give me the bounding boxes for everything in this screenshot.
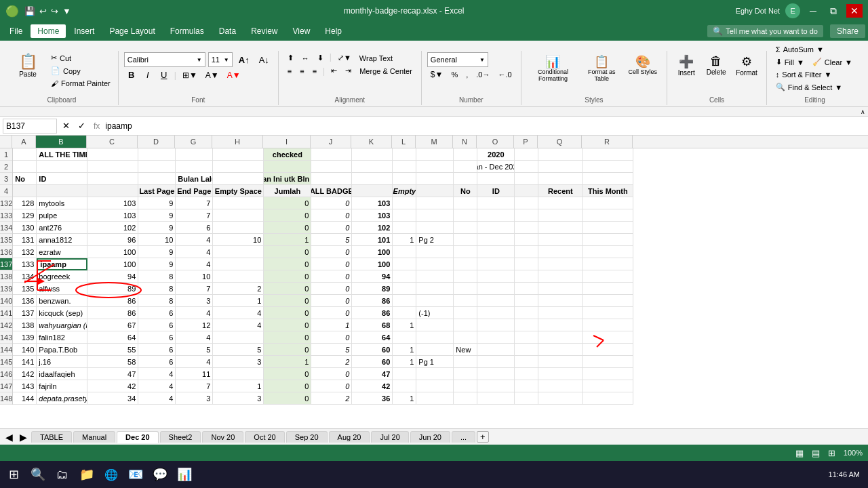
cell-N4[interactable]: No [454, 185, 477, 197]
cell-M132[interactable] [416, 197, 454, 209]
cell-I146[interactable]: 0 [264, 368, 311, 380]
cell-A145[interactable]: 141 [13, 356, 37, 368]
cell-G147[interactable]: 7 [176, 380, 213, 392]
cell-L139[interactable] [393, 283, 416, 295]
cell-G148[interactable]: 3 [176, 392, 213, 405]
cell-R147[interactable] [583, 380, 633, 392]
cell-R132[interactable] [583, 197, 633, 209]
menu-data[interactable]: Data [212, 24, 243, 38]
percent-button[interactable]: % [448, 69, 461, 80]
sort-filter-button[interactable]: ↕ Sort & Filter ▼ [772, 69, 835, 80]
cell-J4[interactable]: ALL BADGE [311, 185, 352, 197]
cell-H3[interactable] [213, 173, 264, 185]
cell-D148[interactable]: 4 [138, 392, 176, 405]
cell-I147[interactable]: 0 [264, 380, 311, 392]
cell-L135[interactable]: 1 [393, 234, 416, 246]
cell-A141[interactable]: 137 [13, 307, 37, 319]
increase-decimal-button[interactable]: .0→ [473, 69, 493, 80]
cell-M4[interactable] [416, 185, 454, 197]
cell-J142[interactable]: 1 [311, 319, 352, 331]
cell-N3[interactable] [454, 173, 477, 185]
cell-J2[interactable] [311, 161, 352, 173]
cell-H1[interactable] [213, 148, 264, 161]
menu-insert[interactable]: Insert [67, 24, 101, 38]
cell-J132[interactable]: 0 [311, 197, 352, 209]
row-141[interactable]: 141 [0, 307, 12, 319]
clear-button[interactable]: 🧹 Clear ▼ [809, 56, 856, 68]
cell-B137[interactable]: ipaamp [37, 258, 87, 270]
cell-D1[interactable] [138, 148, 176, 161]
cell-C141[interactable]: 86 [87, 307, 138, 319]
start-button[interactable]: ⊞ [3, 464, 24, 485]
cell-J135[interactable]: 5 [311, 234, 352, 246]
row-2[interactable]: 2 [0, 161, 12, 173]
row-147[interactable]: 147 [0, 380, 12, 392]
cell-Q3[interactable] [538, 173, 583, 185]
cell-R4[interactable]: This Month [583, 185, 633, 197]
cell-B145[interactable]: j.16 [37, 356, 87, 368]
format-cells-button[interactable]: ⚙ Format [732, 52, 761, 79]
cell-K140[interactable]: 86 [352, 295, 393, 307]
cell-K137[interactable]: 100 [352, 258, 393, 270]
cell-M133[interactable] [416, 209, 454, 222]
cell-M136[interactable] [416, 246, 454, 258]
cell-B141[interactable]: kicquck (sep) [37, 307, 87, 319]
cell-L134[interactable] [393, 222, 416, 234]
cell-M140[interactable] [416, 295, 454, 307]
cell-M134[interactable] [416, 222, 454, 234]
cell-I136[interactable]: 0 [264, 246, 311, 258]
cell-M1[interactable] [416, 148, 454, 161]
cell-N132[interactable] [454, 197, 477, 209]
cell-P137[interactable] [515, 258, 538, 270]
decrease-font-button[interactable]: A↓ [256, 54, 273, 66]
cell-B144[interactable]: Papa.T.Bob [37, 344, 87, 356]
menu-home[interactable]: Home [31, 24, 66, 38]
cell-D140[interactable]: 8 [138, 295, 176, 307]
cell-J133[interactable]: 0 [311, 209, 352, 222]
cell-K139[interactable]: 89 [352, 283, 393, 295]
cell-J148[interactable]: 2 [311, 392, 352, 405]
cell-I134[interactable]: 0 [264, 222, 311, 234]
cell-R144[interactable] [583, 344, 633, 356]
menu-formulas[interactable]: Formulas [163, 24, 211, 38]
cell-H135[interactable]: 10 [213, 234, 264, 246]
cell-D2[interactable] [138, 161, 176, 173]
corner-cell[interactable] [0, 136, 12, 148]
cell-N148[interactable] [454, 392, 477, 405]
cell-K146[interactable]: 47 [352, 368, 393, 380]
cell-H142[interactable]: 4 [213, 319, 264, 331]
cell-B146[interactable]: idaalfaqieh [37, 368, 87, 380]
cell-I132[interactable]: 0 [264, 197, 311, 209]
cell-H143[interactable] [213, 331, 264, 344]
cell-P138[interactable] [515, 270, 538, 283]
menu-page-layout[interactable]: Page Layout [102, 24, 161, 38]
share-button[interactable]: Share [830, 24, 865, 38]
sheet-tab-Dec20[interactable]: Dec 20 [117, 431, 158, 443]
row-146[interactable]: 146 [0, 368, 12, 380]
merge-center-button[interactable]: Merge & Center [356, 66, 416, 77]
cell-P148[interactable] [515, 392, 538, 405]
cell-I145[interactable]: 1 [264, 356, 311, 368]
align-left-button[interactable]: ≡ [284, 66, 295, 77]
cell-K136[interactable]: 100 [352, 246, 393, 258]
menu-review[interactable]: Review [244, 24, 284, 38]
conditional-formatting-button[interactable]: 📊 Conditional Formatting [527, 52, 580, 85]
cell-D136[interactable]: 9 [138, 246, 176, 258]
cell-Q145[interactable] [538, 356, 583, 368]
cell-M141[interactable]: (-1) [416, 307, 454, 319]
cell-B2[interactable] [37, 161, 87, 173]
cell-P139[interactable] [515, 283, 538, 295]
col-header-J[interactable]: J [311, 136, 351, 148]
cell-Q148[interactable] [538, 392, 583, 405]
cell-H2[interactable] [213, 161, 264, 173]
cell-P140[interactable] [515, 295, 538, 307]
cell-L138[interactable] [393, 270, 416, 283]
cell-A137[interactable]: 133 [13, 258, 37, 270]
cell-I135[interactable]: 1 [264, 234, 311, 246]
cell-G133[interactable]: 7 [176, 209, 213, 222]
sheet-tab-more[interactable]: ... [452, 431, 475, 443]
cell-R1[interactable] [583, 148, 633, 161]
cell-C137[interactable]: 100 [87, 258, 138, 270]
cell-A140[interactable]: 136 [13, 295, 37, 307]
cell-A136[interactable]: 132 [13, 246, 37, 258]
